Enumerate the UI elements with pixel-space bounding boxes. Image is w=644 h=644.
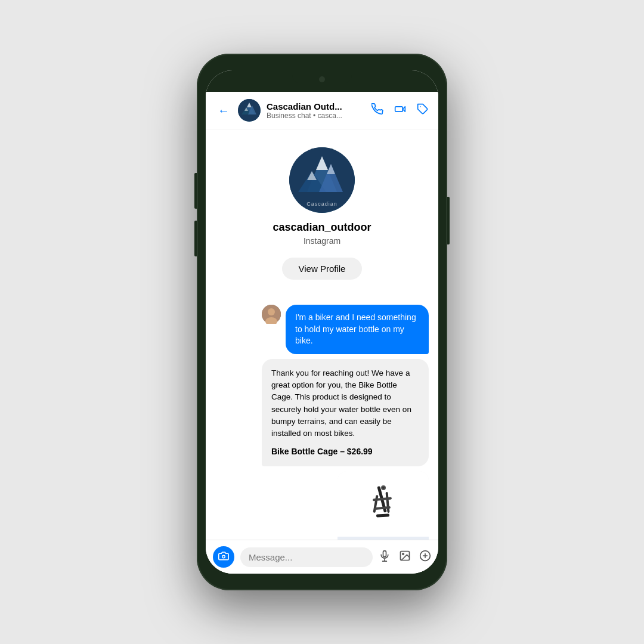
product-card: View Product Details (338, 471, 429, 540)
svg-rect-6 (395, 106, 403, 111)
phone-icon[interactable] (371, 103, 383, 118)
svg-point-18 (268, 308, 275, 315)
plus-icon[interactable] (419, 550, 431, 565)
user-bubble: I'm a biker and I need something to hold… (286, 305, 429, 354)
profile-username: cascadian_outdoor (273, 221, 371, 234)
svg-rect-25 (376, 514, 389, 518)
camera-button[interactable] (213, 546, 234, 568)
tag-icon[interactable] (417, 103, 429, 118)
svg-point-27 (382, 487, 385, 489)
svg-rect-21 (373, 495, 378, 513)
business-bubble: Thank you for reaching out! We have a gr… (262, 359, 429, 467)
contact-name: Cascadian Outd... (267, 101, 366, 112)
screen: ← Cascadian Outd... Business chat • casc… (206, 70, 438, 574)
camera-icon (218, 551, 229, 563)
product-image (366, 483, 401, 525)
product-title: Bike Bottle Cage – $26.99 (271, 445, 419, 458)
header-avatar (238, 99, 261, 122)
chat-area: Cascadian cascadian_outdoor Instagram Vi… (206, 129, 438, 540)
business-message-row: Thank you for reaching out! We have a gr… (215, 359, 429, 467)
microphone-icon[interactable] (379, 550, 391, 565)
camera-dot (319, 76, 325, 82)
product-image-area (338, 471, 429, 537)
header-icons (371, 103, 429, 118)
input-icons (379, 550, 431, 565)
notch-area (206, 70, 438, 92)
photo-icon[interactable] (399, 550, 411, 565)
svg-rect-29 (383, 550, 386, 556)
input-bar (206, 540, 438, 574)
back-button[interactable]: ← (215, 101, 232, 120)
chat-header: ← Cascadian Outd... Business chat • casc… (206, 92, 438, 129)
svg-text:Cascadian: Cascadian (306, 201, 338, 207)
message-input[interactable] (240, 547, 373, 567)
view-profile-button[interactable]: View Profile (282, 258, 363, 280)
video-icon[interactable] (394, 103, 406, 118)
contact-subtitle: Business chat • casca... (267, 112, 366, 120)
user-avatar (262, 305, 281, 324)
content: ← Cascadian Outd... Business chat • casc… (206, 92, 438, 574)
phone-shell: ← Cascadian Outd... Business chat • casc… (197, 54, 447, 590)
user-message-row: I'm a biker and I need something to hold… (215, 305, 429, 354)
profile-section: Cascadian cascadian_outdoor Instagram Vi… (206, 129, 438, 298)
svg-point-33 (402, 553, 404, 555)
profile-platform: Instagram (304, 236, 340, 246)
messages-list: I'm a biker and I need something to hold… (206, 298, 438, 540)
profile-avatar: Cascadian (289, 147, 355, 213)
svg-point-28 (222, 555, 225, 558)
business-message-text: Thank you for reaching out! We have a gr… (271, 369, 411, 438)
header-info: Cascadian Outd... Business chat • casca.… (267, 101, 366, 120)
